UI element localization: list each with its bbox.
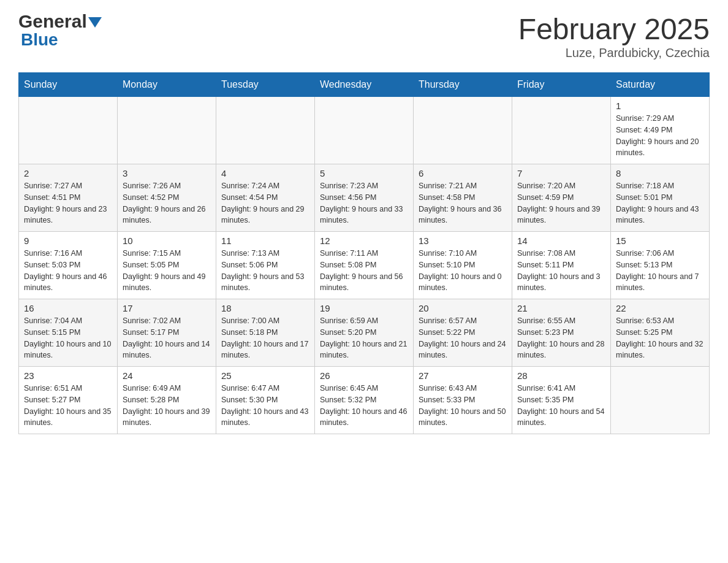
calendar-day-cell: 21Sunrise: 6:55 AM Sunset: 5:23 PM Dayli… — [512, 299, 611, 367]
calendar-week-row: 9Sunrise: 7:16 AM Sunset: 5:03 PM Daylig… — [19, 232, 710, 299]
day-info: Sunrise: 6:47 AM Sunset: 5:30 PM Dayligh… — [221, 383, 309, 429]
day-of-week-header: Saturday — [611, 73, 710, 97]
day-info: Sunrise: 7:23 AM Sunset: 4:56 PM Dayligh… — [320, 180, 408, 226]
page-header: General Blue February 2025 Luze, Pardubi… — [18, 12, 710, 60]
day-of-week-header: Sunday — [19, 73, 118, 97]
day-number: 12 — [320, 236, 408, 246]
day-info: Sunrise: 6:59 AM Sunset: 5:20 PM Dayligh… — [320, 315, 408, 361]
calendar-day-cell: 12Sunrise: 7:11 AM Sunset: 5:08 PM Dayli… — [315, 232, 414, 299]
month-title: February 2025 — [518, 12, 710, 46]
calendar-day-cell: 24Sunrise: 6:49 AM Sunset: 5:28 PM Dayli… — [118, 367, 216, 434]
day-info: Sunrise: 7:10 AM Sunset: 5:10 PM Dayligh… — [419, 248, 507, 294]
day-info: Sunrise: 7:27 AM Sunset: 4:51 PM Dayligh… — [24, 180, 112, 226]
day-info: Sunrise: 7:24 AM Sunset: 4:54 PM Dayligh… — [221, 180, 309, 226]
day-info: Sunrise: 6:57 AM Sunset: 5:22 PM Dayligh… — [419, 315, 507, 361]
day-info: Sunrise: 6:49 AM Sunset: 5:28 PM Dayligh… — [123, 383, 211, 429]
day-number: 9 — [24, 236, 112, 246]
calendar-day-cell: 2Sunrise: 7:27 AM Sunset: 4:51 PM Daylig… — [19, 164, 118, 232]
day-info: Sunrise: 7:13 AM Sunset: 5:06 PM Dayligh… — [221, 248, 309, 294]
day-info: Sunrise: 7:15 AM Sunset: 5:05 PM Dayligh… — [123, 248, 211, 294]
calendar-day-cell — [216, 97, 315, 164]
calendar-day-cell — [611, 367, 710, 434]
day-of-week-header: Monday — [118, 73, 216, 97]
day-number: 14 — [517, 236, 605, 246]
logo-general-text: General — [18, 12, 87, 31]
day-number: 1 — [616, 101, 704, 111]
day-number: 10 — [123, 236, 211, 246]
calendar-day-cell: 23Sunrise: 6:51 AM Sunset: 5:27 PM Dayli… — [19, 367, 118, 434]
calendar-day-cell: 6Sunrise: 7:21 AM Sunset: 4:58 PM Daylig… — [414, 164, 512, 232]
day-info: Sunrise: 7:20 AM Sunset: 4:59 PM Dayligh… — [517, 180, 605, 226]
day-info: Sunrise: 7:11 AM Sunset: 5:08 PM Dayligh… — [320, 248, 408, 294]
calendar-week-row: 16Sunrise: 7:04 AM Sunset: 5:15 PM Dayli… — [19, 299, 710, 367]
title-section: February 2025 Luze, Pardubicky, Czechia — [518, 12, 710, 60]
day-info: Sunrise: 7:16 AM Sunset: 5:03 PM Dayligh… — [24, 248, 112, 294]
calendar-week-row: 23Sunrise: 6:51 AM Sunset: 5:27 PM Dayli… — [19, 367, 710, 434]
calendar-day-cell: 11Sunrise: 7:13 AM Sunset: 5:06 PM Dayli… — [216, 232, 315, 299]
calendar-day-cell: 7Sunrise: 7:20 AM Sunset: 4:59 PM Daylig… — [512, 164, 611, 232]
calendar-day-cell: 9Sunrise: 7:16 AM Sunset: 5:03 PM Daylig… — [19, 232, 118, 299]
calendar-day-cell: 22Sunrise: 6:53 AM Sunset: 5:25 PM Dayli… — [611, 299, 710, 367]
calendar-header: SundayMondayTuesdayWednesdayThursdayFrid… — [19, 73, 710, 97]
calendar-day-cell — [118, 97, 216, 164]
calendar-day-cell: 5Sunrise: 7:23 AM Sunset: 4:56 PM Daylig… — [315, 164, 414, 232]
day-number: 8 — [616, 168, 704, 178]
day-info: Sunrise: 6:41 AM Sunset: 5:35 PM Dayligh… — [517, 383, 605, 429]
day-info: Sunrise: 6:45 AM Sunset: 5:32 PM Dayligh… — [320, 383, 408, 429]
calendar-body: 1Sunrise: 7:29 AM Sunset: 4:49 PM Daylig… — [19, 97, 710, 434]
day-number: 2 — [24, 168, 112, 178]
day-of-week-header: Thursday — [414, 73, 512, 97]
calendar-day-cell: 3Sunrise: 7:26 AM Sunset: 4:52 PM Daylig… — [118, 164, 216, 232]
calendar-day-cell: 17Sunrise: 7:02 AM Sunset: 5:17 PM Dayli… — [118, 299, 216, 367]
calendar-day-cell: 16Sunrise: 7:04 AM Sunset: 5:15 PM Dayli… — [19, 299, 118, 367]
calendar-day-cell — [315, 97, 414, 164]
day-number: 13 — [419, 236, 507, 246]
day-number: 25 — [221, 370, 309, 381]
calendar-day-cell — [19, 97, 118, 164]
day-info: Sunrise: 7:04 AM Sunset: 5:15 PM Dayligh… — [24, 315, 112, 361]
calendar-day-cell: 14Sunrise: 7:08 AM Sunset: 5:11 PM Dayli… — [512, 232, 611, 299]
day-number: 24 — [123, 370, 211, 381]
calendar-day-cell: 19Sunrise: 6:59 AM Sunset: 5:20 PM Dayli… — [315, 299, 414, 367]
day-info: Sunrise: 6:43 AM Sunset: 5:33 PM Dayligh… — [419, 383, 507, 429]
calendar-day-cell: 15Sunrise: 7:06 AM Sunset: 5:13 PM Dayli… — [611, 232, 710, 299]
day-number: 17 — [123, 303, 211, 313]
day-of-week-header: Tuesday — [216, 73, 315, 97]
logo-triangle-icon — [88, 17, 102, 28]
day-info: Sunrise: 6:55 AM Sunset: 5:23 PM Dayligh… — [517, 315, 605, 361]
day-number: 28 — [517, 370, 605, 381]
day-info: Sunrise: 7:21 AM Sunset: 4:58 PM Dayligh… — [419, 180, 507, 226]
calendar-week-row: 1Sunrise: 7:29 AM Sunset: 4:49 PM Daylig… — [19, 97, 710, 164]
day-info: Sunrise: 7:29 AM Sunset: 4:49 PM Dayligh… — [616, 113, 704, 159]
day-number: 27 — [419, 370, 507, 381]
day-info: Sunrise: 7:26 AM Sunset: 4:52 PM Dayligh… — [123, 180, 211, 226]
calendar-day-cell: 4Sunrise: 7:24 AM Sunset: 4:54 PM Daylig… — [216, 164, 315, 232]
day-number: 11 — [221, 236, 309, 246]
day-number: 18 — [221, 303, 309, 313]
day-number: 3 — [123, 168, 211, 178]
calendar-day-cell: 28Sunrise: 6:41 AM Sunset: 5:35 PM Dayli… — [512, 367, 611, 434]
day-number: 20 — [419, 303, 507, 313]
day-info: Sunrise: 7:00 AM Sunset: 5:18 PM Dayligh… — [221, 315, 309, 361]
day-number: 19 — [320, 303, 408, 313]
calendar-day-cell: 1Sunrise: 7:29 AM Sunset: 4:49 PM Daylig… — [611, 97, 710, 164]
calendar-day-cell: 20Sunrise: 6:57 AM Sunset: 5:22 PM Dayli… — [414, 299, 512, 367]
day-number: 22 — [616, 303, 704, 313]
calendar-day-cell: 26Sunrise: 6:45 AM Sunset: 5:32 PM Dayli… — [315, 367, 414, 434]
calendar-day-cell: 25Sunrise: 6:47 AM Sunset: 5:30 PM Dayli… — [216, 367, 315, 434]
day-of-week-header: Friday — [512, 73, 611, 97]
day-number: 15 — [616, 236, 704, 246]
days-of-week-row: SundayMondayTuesdayWednesdayThursdayFrid… — [19, 73, 710, 97]
day-number: 7 — [517, 168, 605, 178]
day-number: 5 — [320, 168, 408, 178]
calendar-day-cell: 18Sunrise: 7:00 AM Sunset: 5:18 PM Dayli… — [216, 299, 315, 367]
day-info: Sunrise: 7:06 AM Sunset: 5:13 PM Dayligh… — [616, 248, 704, 294]
calendar-day-cell: 8Sunrise: 7:18 AM Sunset: 5:01 PM Daylig… — [611, 164, 710, 232]
calendar-day-cell: 10Sunrise: 7:15 AM Sunset: 5:05 PM Dayli… — [118, 232, 216, 299]
day-number: 16 — [24, 303, 112, 313]
calendar-table: SundayMondayTuesdayWednesdayThursdayFrid… — [18, 72, 710, 434]
day-number: 23 — [24, 370, 112, 381]
logo: General Blue — [18, 12, 103, 50]
calendar-day-cell: 27Sunrise: 6:43 AM Sunset: 5:33 PM Dayli… — [414, 367, 512, 434]
day-info: Sunrise: 6:53 AM Sunset: 5:25 PM Dayligh… — [616, 315, 704, 361]
